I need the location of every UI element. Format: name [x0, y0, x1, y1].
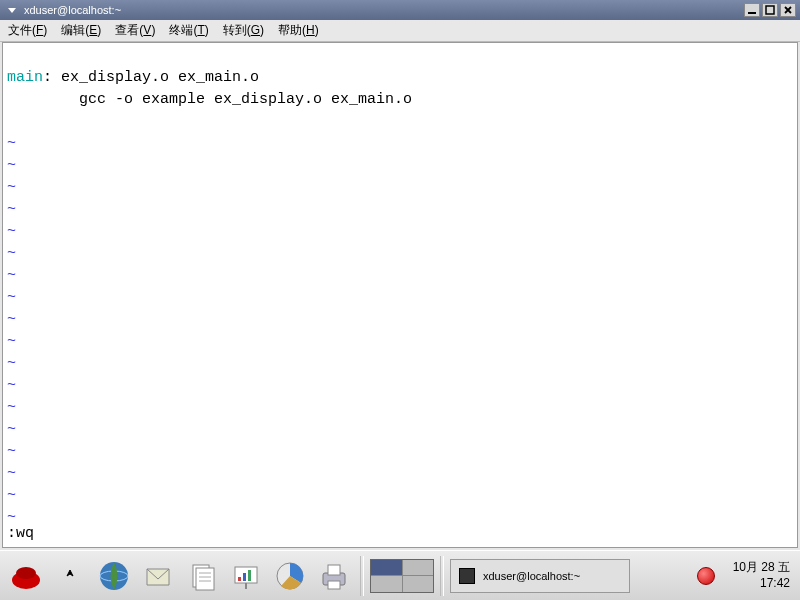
- menu-view[interactable]: 查看(V): [115, 22, 155, 39]
- vim-tilde: ~: [7, 179, 16, 196]
- close-button[interactable]: [780, 3, 796, 17]
- vim-tilde: ~: [7, 135, 16, 152]
- vim-tilde: ~: [7, 487, 16, 504]
- vim-tilde: ~: [7, 465, 16, 482]
- task-entry-terminal[interactable]: xduser@localhost:~: [450, 559, 630, 593]
- workspace-3[interactable]: [371, 576, 402, 592]
- vim-tilde: ~: [7, 289, 16, 306]
- vim-tilde: ~: [7, 377, 16, 394]
- clock-time: 17:42: [733, 576, 790, 592]
- documents-icon[interactable]: [182, 556, 222, 596]
- window-title: xduser@localhost:~: [24, 4, 744, 16]
- svg-rect-7: [196, 568, 214, 590]
- vim-tilde: ~: [7, 311, 16, 328]
- svg-rect-12: [238, 577, 241, 581]
- svg-rect-14: [248, 570, 251, 581]
- menubar: 文件(F) 编辑(E) 查看(V) 终端(T) 转到(G) 帮助(H): [0, 20, 800, 42]
- workspace-4[interactable]: [403, 576, 434, 592]
- terminal-content[interactable]: main: ex_display.o ex_main.o gcc -o exam…: [2, 42, 798, 548]
- menu-terminal[interactable]: 终端(T): [169, 22, 208, 39]
- workspace-1[interactable]: [371, 560, 402, 576]
- clock-date: 10月 28 五: [733, 560, 790, 576]
- svg-rect-1: [766, 6, 774, 14]
- vim-tilde: ~: [7, 267, 16, 284]
- taskbar-separator: [440, 556, 444, 596]
- menu-go[interactable]: 转到(G): [223, 22, 264, 39]
- window-menu-icon[interactable]: [4, 2, 20, 18]
- presentation-icon[interactable]: [226, 556, 266, 596]
- vim-tilde: ~: [7, 355, 16, 372]
- menu-edit[interactable]: 编辑(E): [61, 22, 101, 39]
- workspace-pager[interactable]: [370, 559, 434, 593]
- svg-rect-13: [243, 573, 246, 581]
- web-browser-icon[interactable]: [94, 556, 134, 596]
- svg-rect-18: [328, 565, 340, 575]
- makefile-line-1: main: ex_display.o ex_main.o: [7, 69, 259, 86]
- svg-rect-0: [748, 12, 756, 14]
- taskbar-separator: [360, 556, 364, 596]
- mail-icon[interactable]: [138, 556, 178, 596]
- redhat-menu-icon[interactable]: [6, 556, 46, 596]
- penguin-indicator-icon[interactable]: [50, 556, 90, 596]
- printer-icon[interactable]: [314, 556, 354, 596]
- taskbar: xduser@localhost:~ 10月 28 五 17:42: [0, 550, 800, 600]
- clock[interactable]: 10月 28 五 17:42: [729, 560, 794, 591]
- menu-file[interactable]: 文件(F): [8, 22, 47, 39]
- vim-tilde: ~: [7, 443, 16, 460]
- svg-rect-19: [328, 581, 340, 589]
- vim-tilde: ~: [7, 333, 16, 350]
- makefile-line-2: gcc -o example ex_display.o ex_main.o: [7, 91, 412, 108]
- vim-tilde: ~: [7, 223, 16, 240]
- spreadsheet-icon[interactable]: [270, 556, 310, 596]
- record-indicator-icon[interactable]: [697, 567, 715, 585]
- svg-point-3: [16, 567, 36, 579]
- vim-tilde: ~: [7, 399, 16, 416]
- vim-command-line: :wq: [7, 523, 34, 545]
- maximize-button[interactable]: [762, 3, 778, 17]
- window-titlebar: xduser@localhost:~: [0, 0, 800, 20]
- workspace-2[interactable]: [403, 560, 434, 576]
- minimize-button[interactable]: [744, 3, 760, 17]
- vim-tilde: ~: [7, 157, 16, 174]
- vim-tilde: ~: [7, 421, 16, 438]
- menu-help[interactable]: 帮助(H): [278, 22, 319, 39]
- vim-tilde: ~: [7, 245, 16, 262]
- vim-tilde: ~: [7, 201, 16, 218]
- task-entry-label: xduser@localhost:~: [483, 570, 580, 582]
- terminal-icon: [459, 568, 475, 584]
